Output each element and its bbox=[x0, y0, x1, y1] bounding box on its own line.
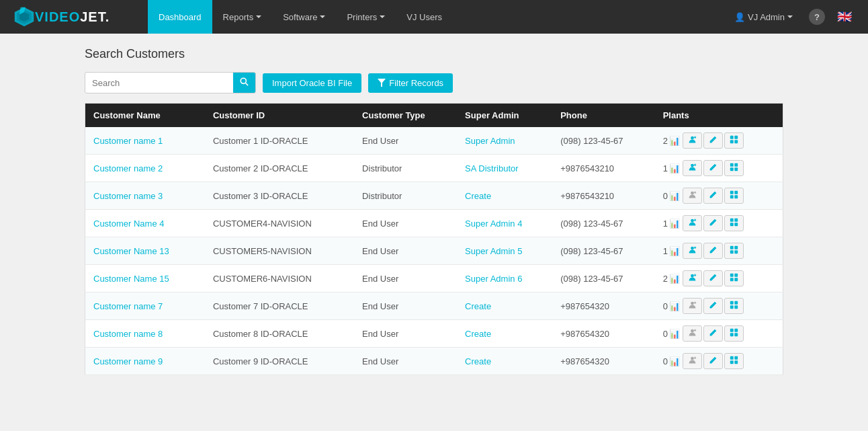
nav-vj-users[interactable]: VJ Users bbox=[396, 0, 453, 34]
svg-rect-17 bbox=[730, 163, 734, 167]
customer-name-link[interactable]: Customer name 1 bbox=[93, 136, 163, 146]
nav-admin[interactable]: 👤 VJ Admin bbox=[724, 0, 804, 34]
cell-super-admin: Super Admin 5 bbox=[457, 237, 552, 265]
edit-action-button[interactable] bbox=[703, 243, 723, 259]
svg-point-49 bbox=[691, 302, 694, 305]
super-admin-link[interactable]: Super Admin 5 bbox=[465, 246, 522, 256]
super-admin-link[interactable]: Create bbox=[465, 301, 491, 311]
cell-phone: +9876543210 bbox=[552, 155, 654, 182]
grid-action-button[interactable] bbox=[724, 325, 744, 342]
cell-customer-type: End User bbox=[354, 237, 457, 265]
search-icon bbox=[240, 77, 249, 86]
nav-printers[interactable]: Printers bbox=[336, 0, 396, 34]
cell-customer-id: Customer 7 ID-ORACLE bbox=[205, 292, 354, 320]
customer-name-link[interactable]: Customer name 9 bbox=[93, 356, 163, 366]
cell-super-admin: SA Distributor bbox=[457, 155, 552, 182]
super-admin-link[interactable]: Create bbox=[465, 191, 491, 201]
cell-plants: 2📊 bbox=[655, 265, 783, 292]
add-user-action-button[interactable] bbox=[683, 215, 702, 231]
super-admin-link[interactable]: Create bbox=[465, 329, 491, 339]
super-admin-link[interactable]: Super Admin 6 bbox=[465, 274, 522, 284]
page-title: Search Customers bbox=[85, 47, 783, 61]
customer-name-link[interactable]: Customer name 2 bbox=[93, 163, 163, 173]
svg-point-4 bbox=[241, 78, 246, 83]
svg-point-14 bbox=[691, 164, 694, 167]
svg-rect-48 bbox=[734, 278, 738, 281]
import-oracle-button[interactable]: Import Oracle BI File bbox=[263, 73, 361, 93]
main-content: Search Customers Import Oracle BI File F… bbox=[64, 34, 804, 389]
plants-chart-icon: 📊 bbox=[669, 219, 680, 229]
svg-point-28 bbox=[691, 219, 694, 223]
add-user-action-button[interactable] bbox=[683, 188, 702, 204]
add-user-action-button[interactable] bbox=[683, 270, 702, 286]
customer-name-link[interactable]: Customer name 8 bbox=[93, 329, 163, 339]
nav-reports[interactable]: Reports bbox=[212, 0, 273, 34]
svg-point-56 bbox=[691, 329, 694, 333]
super-admin-link[interactable]: Super Admin bbox=[465, 136, 515, 146]
search-button[interactable] bbox=[233, 73, 255, 93]
add-user-action-button[interactable] bbox=[683, 325, 702, 342]
plants-chart-icon: 📊 bbox=[669, 329, 680, 339]
customer-name-link[interactable]: Customer Name 4 bbox=[93, 219, 164, 229]
svg-rect-68 bbox=[730, 360, 734, 364]
customer-name-link[interactable]: Customer Name 15 bbox=[93, 274, 169, 284]
plants-chart-icon: 📊 bbox=[669, 136, 680, 146]
add-user-action-button[interactable] bbox=[683, 243, 702, 259]
super-admin-link[interactable]: SA Distributor bbox=[465, 163, 518, 173]
nav-dashboard[interactable]: Dashboard bbox=[148, 0, 212, 34]
super-admin-link[interactable]: Create bbox=[465, 356, 491, 366]
help-button[interactable]: ? bbox=[809, 9, 825, 25]
edit-action-button[interactable] bbox=[703, 270, 723, 286]
col-super-admin: Super Admin bbox=[457, 104, 552, 128]
cell-phone: (098) 123-45-67 bbox=[552, 265, 654, 292]
super-admin-link[interactable]: Super Admin 4 bbox=[465, 219, 522, 229]
svg-rect-18 bbox=[734, 163, 738, 167]
nav-software[interactable]: Software bbox=[272, 0, 336, 34]
edit-action-button[interactable] bbox=[703, 298, 723, 314]
edit-action-button[interactable] bbox=[703, 215, 723, 231]
brand: VIDEOJET. bbox=[0, 0, 148, 34]
cell-customer-type: End User bbox=[354, 265, 457, 292]
customer-name-link[interactable]: Customer Name 13 bbox=[93, 246, 169, 256]
add-user-action-button[interactable] bbox=[683, 353, 702, 369]
grid-action-button[interactable] bbox=[724, 353, 744, 369]
edit-action-button[interactable] bbox=[703, 132, 723, 149]
svg-rect-66 bbox=[730, 356, 734, 360]
cell-customer-type: End User bbox=[354, 292, 457, 320]
edit-action-button[interactable] bbox=[703, 353, 723, 369]
svg-marker-6 bbox=[378, 79, 386, 87]
edit-action-button[interactable] bbox=[703, 188, 723, 204]
plants-count: 1 bbox=[663, 219, 668, 229]
table-row: Customer Name 13CUSTOMER5-NAVISIONEnd Us… bbox=[85, 237, 783, 265]
filter-records-button[interactable]: Filter Records bbox=[368, 73, 453, 93]
search-input[interactable] bbox=[85, 74, 233, 92]
cell-customer-name: Customer Name 4 bbox=[85, 210, 205, 237]
grid-action-button[interactable] bbox=[724, 188, 744, 204]
customer-name-link[interactable]: Customer name 7 bbox=[93, 301, 163, 311]
col-plants: Plants bbox=[655, 104, 783, 128]
grid-action-button[interactable] bbox=[724, 215, 744, 231]
add-user-action-button[interactable] bbox=[683, 160, 702, 176]
grid-action-button[interactable] bbox=[724, 270, 744, 286]
table-header: Customer Name Customer ID Customer Type … bbox=[85, 104, 783, 128]
grid-action-button[interactable] bbox=[724, 132, 744, 149]
svg-rect-39 bbox=[734, 246, 738, 249]
grid-action-button[interactable] bbox=[724, 243, 744, 259]
language-selector[interactable]: 🇬🇧 bbox=[830, 0, 861, 34]
add-user-action-button[interactable] bbox=[683, 298, 702, 314]
svg-rect-59 bbox=[730, 329, 734, 332]
edit-action-button[interactable] bbox=[703, 160, 723, 176]
cell-plants: 0📊 bbox=[655, 292, 783, 320]
cell-customer-name: Customer name 3 bbox=[85, 182, 205, 210]
svg-rect-24 bbox=[730, 191, 734, 194]
svg-rect-69 bbox=[734, 360, 738, 364]
grid-action-button[interactable] bbox=[724, 298, 744, 314]
add-user-action-button[interactable] bbox=[683, 132, 702, 149]
grid-action-button[interactable] bbox=[724, 160, 744, 176]
col-phone: Phone bbox=[552, 104, 654, 128]
svg-rect-31 bbox=[730, 219, 734, 222]
svg-rect-46 bbox=[734, 274, 738, 277]
plants-chart-icon: 📊 bbox=[669, 191, 680, 201]
edit-action-button[interactable] bbox=[703, 325, 723, 342]
customer-name-link[interactable]: Customer name 3 bbox=[93, 191, 163, 201]
